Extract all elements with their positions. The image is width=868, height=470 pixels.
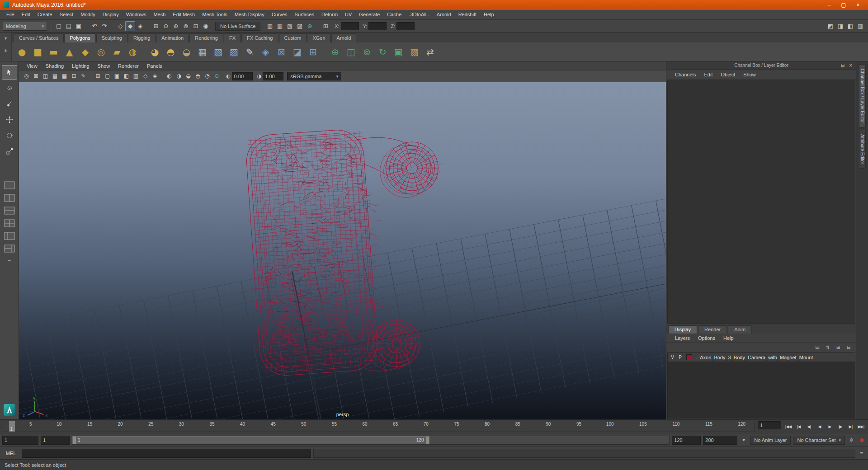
sidebar-tab[interactable]: Channel Box / Layer Editor (859, 64, 866, 127)
toggle-attribute-editor-icon[interactable]: ◨ (835, 21, 845, 31)
animation-preferences-button[interactable]: ⊛ (847, 437, 855, 444)
channel-box-menu-item[interactable]: Channels (671, 72, 700, 77)
poly-cylinder-icon[interactable]: ▬ (46, 44, 61, 59)
menu-item[interactable]: Edit Mesh (169, 10, 198, 19)
menu-item[interactable]: Surfaces (291, 10, 318, 19)
time-slider[interactable]: 5101520253035404550556065707580859095100… (2, 421, 755, 432)
poly-cube-icon[interactable]: ■ (30, 44, 45, 59)
step-back-frame-button[interactable]: |◀ (793, 422, 804, 432)
camera-attributes-icon[interactable]: ◫ (41, 71, 50, 81)
create-empty-layer-icon[interactable]: ⊟ (844, 344, 853, 351)
snap-to-view-plane-icon[interactable]: ⊡ (191, 21, 201, 31)
viewport-canvas[interactable]: y x z persp (19, 82, 666, 419)
panel-menu-item[interactable]: Lighting (68, 63, 94, 69)
shelf-tab[interactable]: XGen (307, 33, 330, 42)
layer-visibility-toggle[interactable]: V (669, 355, 676, 360)
layer-row[interactable]: V P ...:Axon_Body_3_Body_Camera_with_Mag… (668, 353, 855, 362)
spin-edge-tool-icon[interactable]: ↻ (375, 44, 390, 59)
safe-action-icon[interactable]: ◇ (141, 71, 150, 81)
pencil-curve-tool-icon[interactable]: ✎ (242, 44, 257, 59)
layout-persp-outliner-button[interactable] (3, 230, 16, 241)
layout-two-panes-side-button[interactable] (3, 192, 16, 203)
layout-persp-uv-button[interactable] (3, 243, 16, 254)
all-lights-icon[interactable]: ◑ (174, 71, 184, 81)
layer-editor-menu-item[interactable]: Help (719, 335, 738, 341)
command-response-field[interactable] (313, 449, 855, 458)
shelf-tab[interactable]: Rendering (189, 33, 223, 42)
poly-torus-icon[interactable]: ◎ (94, 44, 108, 59)
poly-pyramid-icon[interactable]: ◆ (78, 44, 93, 59)
shelf-tab[interactable]: Custom (279, 33, 307, 42)
exposure-input[interactable] (232, 72, 253, 80)
layout-single-pane-button[interactable] (3, 179, 16, 191)
select-by-hierarchy-icon[interactable]: ◇ (115, 21, 125, 31)
create-layer-from-selected-icon[interactable]: ⊞ (834, 344, 842, 351)
step-forward-frame-button[interactable]: ▶| (845, 422, 856, 432)
default-lighting-icon[interactable]: ◐ (165, 71, 174, 81)
select-by-object-icon[interactable]: ◆ (125, 21, 135, 31)
menu-item[interactable]: -3DtoAll - (405, 10, 433, 19)
snap-to-point-icon[interactable]: ⊕ (171, 21, 181, 31)
bookmarks-icon[interactable]: ▤ (50, 71, 60, 81)
menu-item[interactable]: File (3, 10, 18, 19)
select-tool-button[interactable] (2, 65, 17, 80)
menu-item[interactable]: Modify (77, 10, 99, 19)
rotate-tool-button[interactable] (2, 128, 17, 143)
command-line-label[interactable]: MEL (2, 451, 19, 456)
snap-to-curve-icon[interactable]: ⊙ (161, 21, 171, 31)
playback-end-input[interactable] (672, 436, 701, 445)
layer-color-swatch[interactable] (686, 354, 692, 360)
layout-four-panes-button[interactable] (3, 217, 16, 229)
shelf-tab[interactable]: FX (224, 33, 241, 42)
shelf-tab[interactable]: Animation (156, 33, 189, 42)
screen-space-ao-icon[interactable]: ◓ (193, 71, 203, 81)
menu-item[interactable]: Help (480, 10, 498, 19)
poly-cone-icon[interactable]: ▲ (62, 44, 77, 59)
step-back-key-button[interactable]: ◀| (804, 422, 814, 432)
render-current-frame-icon[interactable]: ▨ (295, 21, 305, 31)
poly-prism-icon[interactable]: ▰ (109, 44, 124, 59)
quad-draw-tool-icon[interactable]: ◈ (258, 44, 273, 59)
two-d-pan-zoom-icon[interactable]: ⊡ (69, 71, 79, 81)
set-layer-options-icon[interactable]: ▤ (813, 344, 821, 351)
play-forwards-button[interactable]: ▶ (825, 422, 835, 432)
open-scene-icon[interactable]: ▤ (64, 21, 74, 31)
select-by-component-icon[interactable]: ◈ (135, 21, 145, 31)
output-connections-icon[interactable]: ▦ (275, 21, 285, 31)
safe-title-icon[interactable]: ◈ (150, 71, 160, 81)
auto-keyframe-button[interactable]: ● (858, 437, 866, 444)
z-input[interactable] (396, 22, 415, 30)
close-panel-icon[interactable]: × (847, 62, 855, 69)
motion-blur-icon[interactable]: ◔ (203, 71, 212, 81)
undo-icon[interactable]: ↶ (90, 21, 99, 31)
shelf-tab[interactable]: Curves / Surfaces (14, 33, 64, 42)
redo-icon[interactable]: ↷ (99, 21, 109, 31)
playback-start-input[interactable] (41, 436, 70, 445)
playback-range-bar[interactable]: 1 120 (72, 436, 429, 444)
toggle-channel-box-icon[interactable]: ▥ (855, 21, 865, 31)
character-set-select[interactable]: No Character Set ▾ (793, 436, 845, 445)
snap-to-grid-icon[interactable]: ⊞ (151, 21, 161, 31)
layer-editor-tab[interactable]: Display (668, 325, 697, 334)
layer-playback-toggle[interactable]: P (676, 355, 684, 360)
minimize-button[interactable]: – (822, 0, 836, 10)
make-live-grid-icon[interactable]: ▧ (211, 44, 226, 59)
menu-item[interactable]: Create (34, 10, 56, 19)
anti-aliasing-icon[interactable]: ⊙ (212, 71, 222, 81)
mirror-geometry-icon[interactable]: ◪ (290, 44, 305, 59)
gate-mask-icon[interactable]: ◧ (122, 71, 131, 81)
shelf-tab[interactable]: Sculpting (96, 33, 127, 42)
maximize-button[interactable]: ▢ (836, 0, 851, 10)
panel-menu-item[interactable]: Show (94, 63, 114, 69)
triangulate-icon[interactable]: ▨ (226, 44, 241, 59)
smooth-mesh-icon[interactable]: ◕ (147, 44, 162, 59)
toolbox-collapse-button[interactable]: – (8, 257, 10, 263)
select-camera-icon[interactable]: ◎ (22, 71, 31, 81)
range-end-handle[interactable] (426, 437, 429, 444)
make-live-ic on[interactable]: ◉ (201, 21, 211, 31)
construction-history-icon[interactable]: ⊛ (305, 21, 315, 31)
paint-select-tool-button[interactable] (2, 97, 17, 111)
open-render-view-icon[interactable]: ▧ (285, 21, 295, 31)
menu-item[interactable]: Select (56, 10, 77, 19)
panel-menu-item[interactable]: Renderer (114, 63, 143, 69)
